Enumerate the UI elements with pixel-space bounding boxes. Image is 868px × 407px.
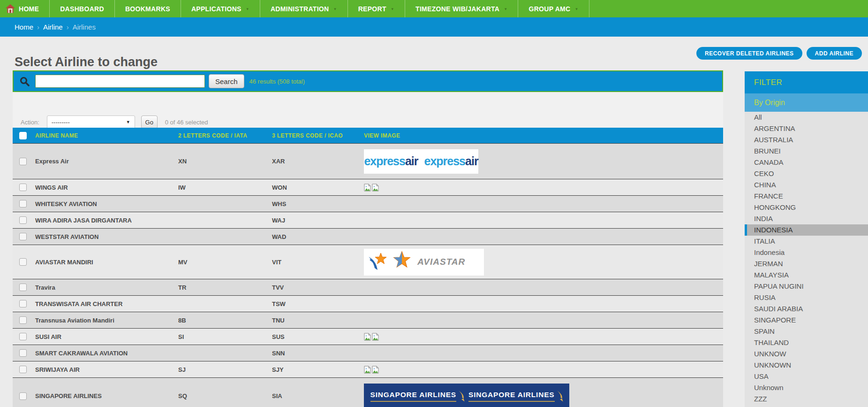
row-checkbox[interactable] bbox=[19, 200, 27, 207]
singapore-bird-icon bbox=[458, 391, 465, 402]
col-header-icao: 3 LETTERS CODE / ICAO bbox=[272, 132, 364, 139]
broken-image-thumbnails[interactable] bbox=[364, 184, 723, 192]
search-icon bbox=[20, 77, 30, 86]
row-checkbox[interactable] bbox=[19, 233, 27, 240]
nav-item-label: DASHBOARD bbox=[60, 5, 104, 13]
row-checkbox[interactable] bbox=[19, 333, 27, 340]
airline-name-link[interactable]: TRANSWISATA AIR CHARTER bbox=[35, 300, 178, 307]
airline-logo-aviastar[interactable]: AVIASTAR bbox=[364, 249, 484, 276]
airline-name-link[interactable]: WESTSTAR AVIATION bbox=[35, 233, 178, 240]
filter-item-rusia[interactable]: RUSIA bbox=[745, 292, 868, 303]
row-checkbox[interactable] bbox=[19, 392, 27, 400]
recover-deleted-airlines-button[interactable]: RECOVER DELETED AIRLINES bbox=[696, 47, 802, 60]
filter-item-australia[interactable]: AUSTRALIA bbox=[745, 134, 868, 146]
filter-item-china[interactable]: CHINA bbox=[745, 179, 868, 191]
row-checkbox[interactable] bbox=[19, 349, 27, 357]
select-all-checkbox[interactable] bbox=[19, 132, 27, 139]
filter-item-zzz[interactable]: ZZZ bbox=[745, 393, 868, 405]
airline-logo-expressair[interactable]: expressair expressair bbox=[364, 149, 478, 174]
row-checkbox[interactable] bbox=[19, 258, 27, 266]
airline-name-link[interactable]: WINGS AIR bbox=[35, 184, 178, 191]
filter-item-indonesia[interactable]: INDONESIA bbox=[745, 224, 868, 236]
view-image-cell: AVIASTAR bbox=[364, 249, 723, 276]
nav-item-dashboard[interactable]: DASHBOARD bbox=[50, 0, 115, 17]
filter-item-spain[interactable]: SPAIN bbox=[745, 326, 868, 337]
filter-item-usa[interactable]: USA bbox=[745, 371, 868, 382]
add-airline-button[interactable]: ADD AIRLINE bbox=[807, 47, 862, 60]
row-checkbox[interactable] bbox=[19, 366, 27, 373]
table-row: WHITESKY AVIATION WHS bbox=[13, 195, 723, 212]
nav-item-label: REPORT bbox=[358, 5, 386, 13]
view-image-cell: SINGAPORE AIRLINES SINGAPORE AIRLINES bbox=[364, 384, 723, 407]
nav-item-home[interactable]: HOME bbox=[0, 0, 50, 17]
search-button[interactable]: Search bbox=[209, 74, 244, 88]
airline-name-link[interactable]: SMART CAKRAWALA AVIATION bbox=[35, 350, 178, 357]
breadcrumb-link-home[interactable]: Home bbox=[15, 23, 33, 31]
filter-item-france[interactable]: FRANCE bbox=[745, 191, 868, 202]
filter-item-all[interactable]: All bbox=[745, 112, 868, 123]
broken-image-thumbnails[interactable] bbox=[364, 366, 723, 374]
airline-name-link[interactable]: Transnusa Aviation Mandiri bbox=[35, 317, 178, 324]
chevron-down-icon: ▼ bbox=[504, 6, 507, 11]
broken-image-icon bbox=[372, 184, 379, 192]
airline-name-link[interactable]: WIRA ADIRA JASA DIRGANTARA bbox=[35, 217, 178, 224]
filter-item-unknown[interactable]: Unknown bbox=[745, 382, 868, 393]
airline-name-link[interactable]: AVIASTAR MANDIRI bbox=[35, 259, 178, 266]
row-checkbox[interactable] bbox=[19, 216, 27, 224]
filter-item-singapore[interactable]: SINGAPORE bbox=[745, 315, 868, 326]
filter-item-indonesia[interactable]: Indonesia bbox=[745, 247, 868, 258]
filter-item-malaysia[interactable]: MALAYSIA bbox=[745, 269, 868, 281]
filter-item-thailand[interactable]: THAILAND bbox=[745, 337, 868, 348]
nav-item-applications[interactable]: APPLICATIONS▼ bbox=[181, 0, 260, 17]
airline-name-link[interactable]: SRIWIJAYA AIR bbox=[35, 366, 178, 373]
row-checkbox[interactable] bbox=[19, 300, 27, 307]
table-header-row: AIRLINE NAME 2 LETTERS CODE / IATA 3 LET… bbox=[13, 128, 723, 143]
singapore-logo-unit: SINGAPORE AIRLINES bbox=[370, 391, 465, 402]
broken-image-thumbnails[interactable] bbox=[364, 333, 723, 341]
airline-logo-singapore[interactable]: SINGAPORE AIRLINES SINGAPORE AIRLINES bbox=[364, 384, 569, 407]
filter-item-jerman[interactable]: JERMAN bbox=[745, 258, 868, 269]
filter-item-brunei[interactable]: BRUNEI bbox=[745, 146, 868, 157]
filter-item-papua-nugini[interactable]: PAPUA NUGINI bbox=[745, 281, 868, 292]
icao-code: VIT bbox=[272, 259, 364, 266]
airline-name-link[interactable]: SINGAPORE AIRLINES bbox=[35, 392, 178, 399]
airline-name-link[interactable]: SUSI AIR bbox=[35, 333, 178, 340]
icao-code: SIA bbox=[272, 392, 364, 399]
filter-item-argentina[interactable]: ARGENTINA bbox=[745, 123, 868, 134]
broken-image-icon bbox=[364, 366, 371, 374]
nav-item-bookmarks[interactable]: BOOKMARKS bbox=[115, 0, 181, 17]
filter-item-italia[interactable]: ITALIA bbox=[745, 236, 868, 247]
select-caret-icon: ▼ bbox=[126, 120, 130, 124]
filter-item-canada[interactable]: CANADA bbox=[745, 157, 868, 168]
airline-name-link[interactable]: WHITESKY AVIATION bbox=[35, 200, 178, 207]
go-button[interactable]: Go bbox=[141, 115, 158, 129]
icao-code: SJY bbox=[272, 366, 364, 373]
expressair-wordmark: expressair bbox=[364, 154, 418, 168]
breadcrumb-link-airline[interactable]: Airline bbox=[43, 23, 63, 31]
table-row: SINGAPORE AIRLINES SQ SIA SINGAPORE AIRL… bbox=[13, 377, 723, 407]
nav-item-label: TIMEZONE WIB/JAKARTA bbox=[415, 5, 499, 13]
filter-title: FILTER bbox=[745, 71, 868, 93]
filter-item-unknow[interactable]: UNKNOW bbox=[745, 348, 868, 360]
filter-item-hongkong[interactable]: HONGKONG bbox=[745, 202, 868, 213]
action-select[interactable]: --------- ▼ bbox=[47, 115, 135, 129]
row-checkbox[interactable] bbox=[19, 158, 27, 165]
airline-name-link[interactable]: Express Air bbox=[35, 158, 178, 165]
filter-item-ceko[interactable]: CEKO bbox=[745, 168, 868, 179]
filter-item-saudi-arabia[interactable]: SAUDI ARABIA bbox=[745, 303, 868, 315]
airline-name-link[interactable]: Travira bbox=[35, 284, 178, 291]
nav-item-group-amc[interactable]: GROUP AMC▼ bbox=[518, 0, 589, 17]
row-checkbox[interactable] bbox=[19, 316, 27, 324]
nav-item-administration[interactable]: ADMINISTRATION▼ bbox=[260, 0, 348, 17]
search-bar: Search 46 results (508 total) bbox=[13, 70, 723, 92]
filter-item-india[interactable]: INDIA bbox=[745, 213, 868, 224]
nav-item-label: HOME bbox=[19, 5, 39, 13]
col-header-iata: 2 LETTERS CODE / IATA bbox=[178, 132, 272, 139]
row-checkbox[interactable] bbox=[19, 184, 27, 191]
nav-item-timezone-wib-jakarta[interactable]: TIMEZONE WIB/JAKARTA▼ bbox=[405, 0, 518, 17]
nav-item-report[interactable]: REPORT▼ bbox=[348, 0, 405, 17]
search-input[interactable] bbox=[35, 75, 205, 88]
row-checkbox[interactable] bbox=[19, 284, 27, 291]
filter-item-unknown[interactable]: UNKNOWN bbox=[745, 360, 868, 371]
expressair-word-dark: air bbox=[465, 154, 478, 168]
